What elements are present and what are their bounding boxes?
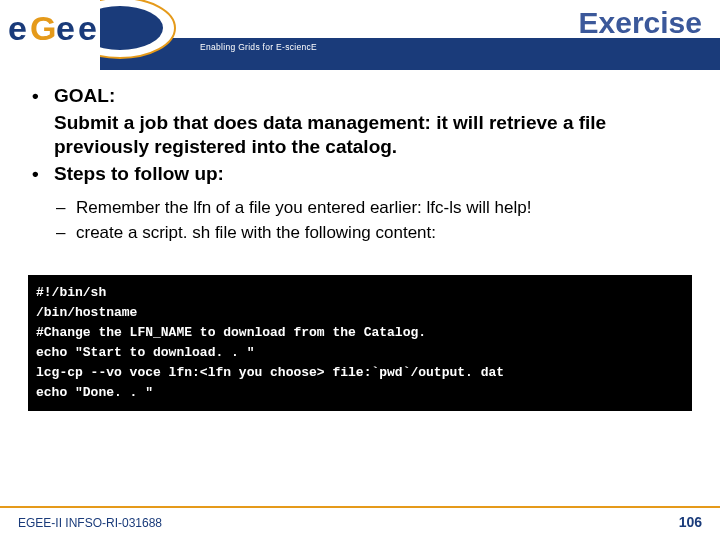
bullet-item: Steps to follow up:: [28, 162, 692, 187]
code-line: #!/bin/sh: [36, 285, 106, 300]
tagline: Enabling Grids for E-sciencE: [200, 42, 317, 52]
header: Exercise e G e e Enabling Grids for E-sc…: [0, 0, 720, 70]
svg-text:e: e: [78, 9, 97, 47]
code-line: /bin/hostname: [36, 305, 137, 320]
content-area: GOAL: Submit a job that does data manage…: [0, 70, 720, 245]
page-number: 106: [679, 514, 702, 530]
bullet-item: create a script. sh file with the follow…: [56, 222, 692, 245]
svg-text:e: e: [8, 9, 27, 47]
code-block: #!/bin/sh /bin/hostname #Change the LFN_…: [28, 275, 692, 412]
code-line: #Change the LFN_NAME to download from th…: [36, 325, 426, 340]
code-line: lcg-cp --vo voce lfn:<lfn you choose> fi…: [36, 365, 504, 380]
footer: EGEE-II INFSO-RI-031688 106: [0, 506, 720, 540]
egee-logo: e G e e: [0, 0, 200, 70]
svg-text:G: G: [30, 9, 56, 47]
bullet-item: Remember the lfn of a file you entered e…: [56, 197, 692, 220]
svg-text:e: e: [56, 9, 75, 47]
bullet-item: Submit a job that does data management: …: [28, 111, 692, 160]
bullet-list-level2: Remember the lfn of a file you entered e…: [28, 197, 692, 245]
code-line: echo "Done. . ": [36, 385, 153, 400]
slide-title: Exercise: [579, 6, 702, 40]
bullet-item: GOAL:: [28, 84, 692, 109]
footer-id: EGEE-II INFSO-RI-031688: [18, 516, 162, 530]
bullet-list-level1: GOAL: Submit a job that does data manage…: [28, 84, 692, 187]
code-line: echo "Start to download. . ": [36, 345, 254, 360]
